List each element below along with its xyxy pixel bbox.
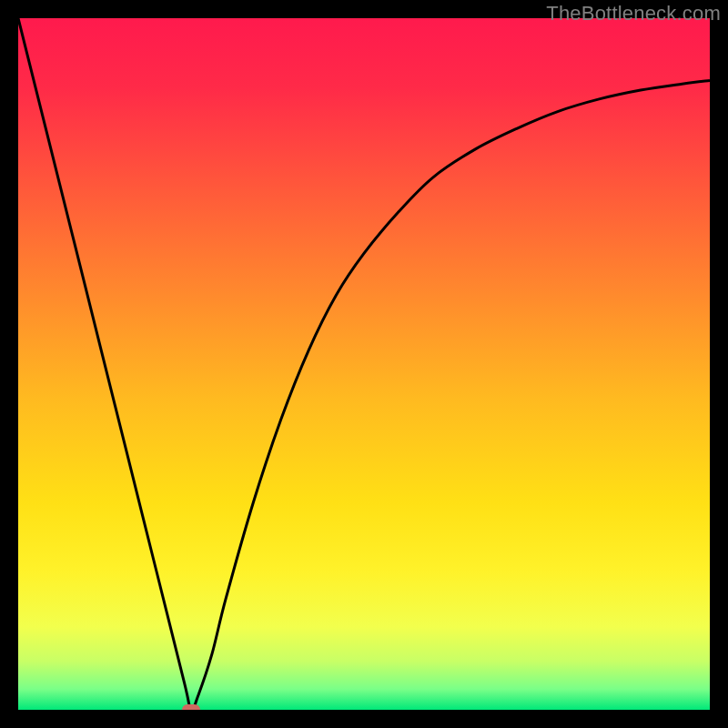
bottleneck-curve — [18, 18, 710, 710]
curve-layer — [18, 18, 710, 710]
minimum-marker — [182, 704, 200, 710]
watermark-text: TheBottleneck.com — [546, 2, 721, 25]
plot-area — [18, 18, 710, 710]
chart-frame: TheBottleneck.com — [0, 0, 728, 728]
